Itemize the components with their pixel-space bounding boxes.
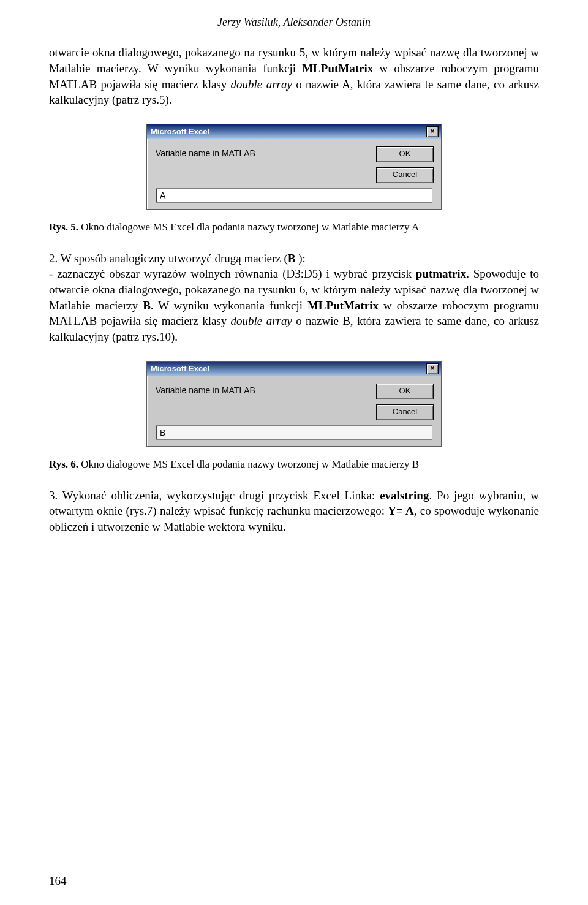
paragraph-1: otwarcie okna dialogowego, pokazanego na… (49, 45, 539, 108)
dialog-title: Microsoft Excel (151, 126, 426, 137)
text: 2. W sposób analogiczny utworzyć drugą m… (49, 252, 288, 265)
header-divider (49, 32, 539, 32)
figure-6: Microsoft Excel × Variable name in MATLA… (49, 361, 539, 447)
text-bold: MLPutMatrix (307, 299, 379, 312)
caption-text: Okno dialogowe MS Excel dla podania nazw… (81, 458, 419, 470)
caption-label: Rys. 6. (49, 458, 81, 470)
cancel-button[interactable]: Cancel (376, 404, 434, 420)
dialog-input-row (147, 188, 441, 203)
figure-5-caption: Rys. 5. Okno dialogowe MS Excel dla poda… (49, 221, 539, 235)
text-bold: putmatrix (416, 267, 466, 280)
figure-6-caption: Rys. 6. Okno dialogowe MS Excel dla poda… (49, 458, 539, 472)
dialog-excel-2: Microsoft Excel × Variable name in MATLA… (146, 361, 442, 447)
text: . W wyniku wykonania funkcji (151, 299, 307, 312)
page: Jerzy Wasiluk, Aleksander Ostanin otwarc… (0, 0, 588, 905)
figure-5: Microsoft Excel × Variable name in MATLA… (49, 124, 539, 210)
text-bold: evalstring (380, 489, 429, 502)
text-bold: MLPutMatrix (302, 62, 373, 75)
ok-button[interactable]: OK (376, 146, 434, 162)
dialog-label: Variable name in MATLAB (156, 384, 376, 396)
cancel-button[interactable]: Cancel (376, 167, 434, 183)
close-icon[interactable]: × (426, 126, 439, 137)
header-authors: Jerzy Wasiluk, Aleksander Ostanin (49, 15, 539, 29)
text-italic: double array (231, 78, 292, 91)
dialog-body: Variable name in MATLAB OK Cancel (147, 139, 441, 188)
dialog-excel-1: Microsoft Excel × Variable name in MATLA… (146, 124, 442, 210)
variable-name-input[interactable] (156, 188, 432, 203)
variable-name-input[interactable] (156, 425, 432, 440)
caption-label: Rys. 5. (49, 221, 81, 233)
dialog-label: Variable name in MATLAB (156, 146, 376, 159)
text-bold: B (288, 252, 296, 265)
dialog-titlebar: Microsoft Excel × (147, 124, 441, 139)
paragraph-3: 3. Wykonać obliczenia, wykorzystując dru… (49, 488, 539, 535)
close-icon[interactable]: × (426, 363, 439, 374)
dialog-buttons: OK Cancel (376, 384, 434, 420)
text-bold: Y= A (388, 504, 413, 517)
dialog-input-row (147, 425, 441, 440)
text-italic: double array (231, 314, 292, 327)
paragraph-2: 2. W sposób analogiczny utworzyć drugą m… (49, 251, 539, 345)
dialog-title: Microsoft Excel (151, 363, 426, 374)
text: - zaznaczyć obszar wyrazów wolnych równa… (49, 267, 416, 280)
ok-button[interactable]: OK (376, 384, 434, 399)
caption-text: Okno dialogowe MS Excel dla podania nazw… (81, 221, 419, 233)
text: 3. Wykonać obliczenia, wykorzystując dru… (49, 489, 380, 502)
dialog-titlebar: Microsoft Excel × (147, 362, 441, 376)
text-bold: B (143, 299, 151, 312)
dialog-body: Variable name in MATLAB OK Cancel (147, 376, 441, 425)
page-number: 164 (49, 873, 67, 889)
text: ): (295, 252, 305, 265)
dialog-buttons: OK Cancel (376, 146, 434, 183)
